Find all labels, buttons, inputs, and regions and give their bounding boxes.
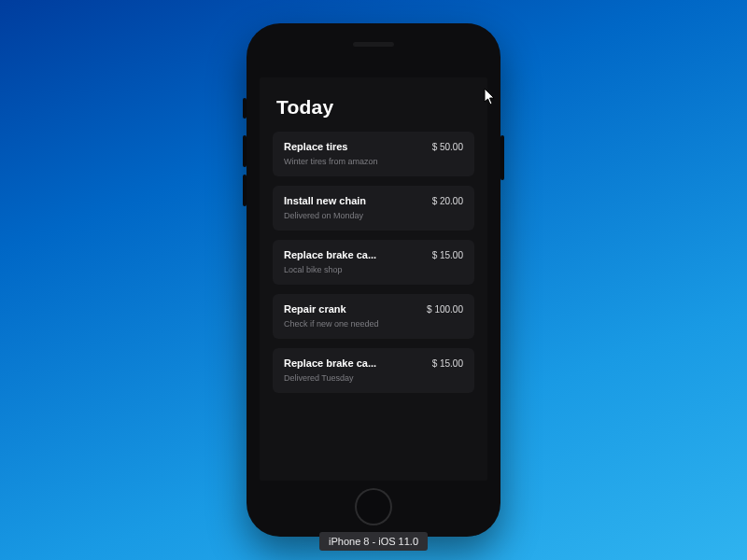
- volume-up-button: [243, 135, 247, 167]
- item-title: Replace brake ca...: [284, 357, 376, 369]
- item-price: $ 15.00: [432, 250, 463, 260]
- home-button[interactable]: [355, 488, 392, 525]
- item-price: $ 50.00: [432, 142, 463, 152]
- volume-down-button: [243, 175, 247, 206]
- list-item[interactable]: Replace brake ca... $ 15.00 Local bike s…: [273, 240, 474, 285]
- list-item[interactable]: Replace tires $ 50.00 Winter tires from …: [273, 132, 474, 176]
- mute-switch: [243, 98, 247, 119]
- list-item[interactable]: Replace brake ca... $ 15.00 Delivered Tu…: [273, 348, 474, 393]
- item-title: Install new chain: [284, 195, 366, 206]
- item-title: Repair crank: [284, 303, 346, 315]
- item-price: $ 20.00: [432, 196, 463, 206]
- item-subtitle: Winter tires from amazon: [284, 157, 463, 166]
- screen[interactable]: Today Replace tires $ 50.00 Winter tires…: [260, 77, 487, 481]
- list-item[interactable]: Install new chain $ 20.00 Delivered on M…: [273, 186, 474, 231]
- item-subtitle: Delivered Tuesday: [284, 373, 463, 383]
- page-title: Today: [276, 96, 474, 119]
- item-title: Replace brake ca...: [284, 249, 376, 260]
- item-title: Replace tires: [284, 141, 347, 152]
- item-subtitle: Delivered on Monday: [284, 211, 463, 220]
- item-price: $ 15.00: [432, 358, 463, 369]
- power-button: [500, 135, 504, 180]
- speaker: [353, 42, 394, 47]
- item-subtitle: Local bike shop: [284, 265, 463, 274]
- device-frame: Today Replace tires $ 50.00 Winter tires…: [247, 23, 500, 537]
- item-price: $ 100.00: [427, 304, 463, 315]
- list-item[interactable]: Repair crank $ 100.00 Check if new one n…: [273, 294, 474, 339]
- item-subtitle: Check if new one needed: [284, 319, 463, 329]
- device-label: iPhone 8 - iOS 11.0: [319, 532, 428, 551]
